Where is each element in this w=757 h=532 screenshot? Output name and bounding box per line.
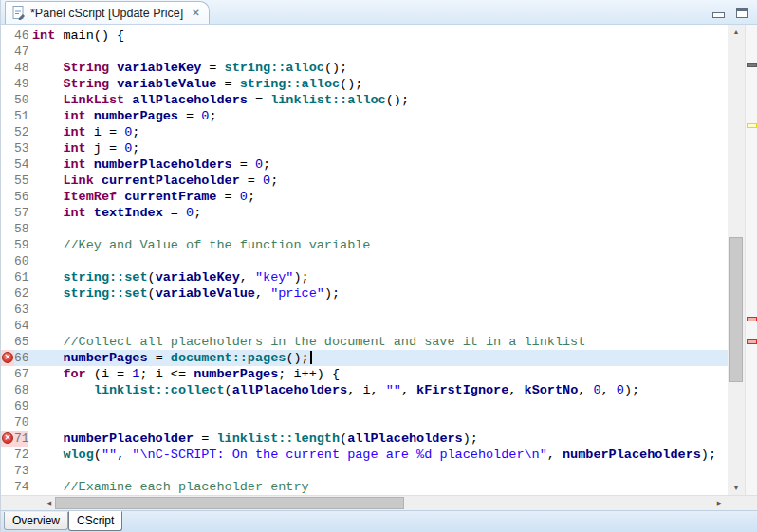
code-line: 73 [1,463,728,479]
line-number: 65 [14,334,28,350]
code-token [32,174,63,188]
line-number: 54 [14,156,28,173]
code-token [109,61,117,75]
code-token [32,141,63,156]
code-text[interactable]: wlog("", "\nC-SCRIPT: On the current pag… [28,447,728,463]
range-marker[interactable] [747,63,757,67]
code-token: ); [463,431,478,446]
code-text[interactable] [28,221,728,237]
code-token [32,61,63,75]
code-token: 0 [240,190,248,204]
scroll-right-icon[interactable]: ▶ [713,496,726,510]
error-annotation-cell[interactable]: ✕ [1,431,14,447]
line-number: 74 [14,479,28,495]
code-text[interactable] [28,414,728,431]
code-token: string::set [63,270,147,284]
code-text[interactable] [28,463,728,479]
code-token: (); [286,351,308,365]
code-token: ; [132,141,139,156]
code-text[interactable]: string::set(variableValue, "price"); [28,285,728,302]
code-token: wlog [63,448,93,462]
line-number: 60 [14,253,28,269]
annotation-cell [1,108,14,124]
code-text[interactable]: string::set(variableKey, "key"); [28,269,728,285]
code-text[interactable] [28,44,728,60]
code-text[interactable]: numberPlaceholder = linklist::length(all… [28,431,728,447]
vertical-scrollbar-thumb[interactable] [729,237,743,382]
code-text[interactable]: String variableValue = string::alloc(); [28,76,728,92]
annotation-cell [1,479,14,495]
annotation-cell [1,285,14,302]
line-number: 52 [14,124,28,140]
code-line: 60 [1,253,728,269]
code-token: ; i <= [139,367,194,381]
code-editor[interactable]: 46int main() {4748 String variableKey = … [1,25,728,495]
code-text[interactable]: //Collect all placeholders in the docume… [28,334,728,350]
editor-tab-bar: *Panel cScript [Update Price] ✕ [1,0,757,25]
code-text[interactable] [28,398,728,414]
error-marker[interactable] [747,339,757,344]
maximize-icon[interactable] [736,8,748,18]
code-text[interactable]: for (i = 1; i <= numberPages; i++) { [28,366,728,382]
line-number: 49 [14,76,28,92]
code-text[interactable]: int i = 0; [28,124,728,140]
annotation-cell [1,253,14,269]
annotation-cell [1,269,14,285]
line-number: 56 [14,189,28,205]
code-token [32,448,63,462]
code-line: 74 //Examine each placeholder entry [1,479,728,495]
code-text[interactable]: int j = 0; [28,140,728,156]
horizontal-scrollbar-thumb[interactable] [55,497,404,509]
code-text[interactable]: //Examine each placeholder entry [28,479,728,495]
code-text[interactable]: //Key and Value of the function variable [28,237,728,253]
code-text[interactable]: int numberPages = 0; [28,108,728,124]
code-token [32,206,63,220]
close-icon[interactable]: ✕ [192,8,199,18]
annotation-cell [1,382,14,398]
code-text[interactable]: ItemRef currentFrame = 0; [28,189,728,205]
code-token: numberPlaceholder [63,431,194,446]
overview-ruler[interactable] [745,25,757,495]
code-rows: 46int main() {4748 String variableKey = … [1,28,728,495]
code-token: ; [263,157,270,172]
code-token: , [401,383,416,397]
code-token: ; [132,125,139,139]
code-token: kSortNo [525,383,579,397]
tab-cscript[interactable]: CScript [68,511,122,531]
code-text[interactable]: int textIndex = 0; [28,205,728,221]
code-text[interactable] [28,302,728,318]
scroll-up-icon[interactable]: ▲ [728,25,745,39]
minimize-icon[interactable] [712,12,725,18]
error-marker[interactable] [747,317,757,321]
code-text[interactable]: int main() { [28,28,728,44]
code-text[interactable]: int numberPlaceholders = 0; [28,156,728,173]
code-text[interactable]: String variableKey = string::alloc(); [28,60,728,76]
scroll-down-icon[interactable]: ▼ [728,481,745,495]
code-text[interactable]: LinkList allPlaceholders = linklist::all… [28,92,728,108]
error-icon[interactable]: ✕ [2,432,13,444]
error-annotation-cell[interactable]: ✕ [1,350,14,366]
tab-overview[interactable]: Overview [4,512,68,530]
code-token: = [240,174,263,188]
editor-tab[interactable]: *Panel cScript [Update Price] ✕ [5,1,210,24]
error-icon[interactable]: ✕ [2,352,13,363]
warning-marker[interactable] [747,123,757,128]
vertical-scrollbar[interactable]: ▲ ▼ [728,25,745,495]
horizontal-scrollbar[interactable]: ◀ ▶ [1,495,757,510]
scroll-left-icon[interactable]: ◀ [43,496,55,510]
annotation-cell [1,318,14,334]
code-token: "\nC-SCRIPT: On the current page are %d … [132,448,546,462]
code-token: (i = [86,367,133,381]
code-text[interactable] [28,318,728,334]
code-token: = [216,77,239,91]
code-line: 55 Link currentPlaceholder = 0; [1,173,728,189]
code-token: //Collect all placeholders in the docume… [63,335,585,349]
code-line: 69 [1,398,728,414]
code-text[interactable]: linklist::collect(allPlaceholders, i, ""… [28,382,728,398]
code-text[interactable]: numberPages = document::pages(); [28,350,728,366]
code-token: , [255,286,270,301]
code-token: (); [386,93,409,107]
code-line: 52 int i = 0; [1,124,728,140]
code-text[interactable] [28,253,728,269]
code-text[interactable]: Link currentPlaceholder = 0; [28,173,728,189]
